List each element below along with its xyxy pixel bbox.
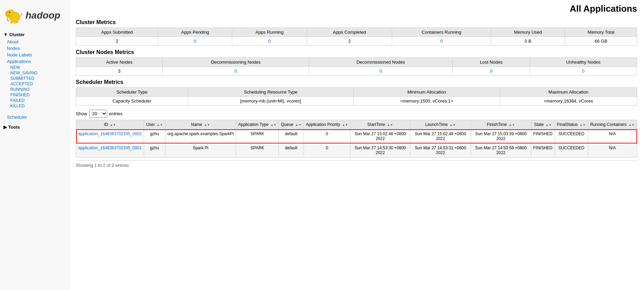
sidebar-item-failed[interactable]: FAILED <box>3 98 65 103</box>
id-sort-icon: ▲▼ <box>110 123 116 127</box>
tools-triangle-icon: ▶ <box>3 125 7 130</box>
unhealthy-link[interactable]: 0 <box>582 68 584 74</box>
cluster-metrics-apps-submitted: 2 <box>76 37 158 46</box>
cluster-metrics-header-apps-running: Apps Running <box>232 28 307 37</box>
sidebar-item-new-saving[interactable]: NEW_SAVING <box>3 70 65 76</box>
main-content: All Applications Cluster Metrics Apps Su… <box>69 0 644 290</box>
cluster-section-title[interactable]: ▼ Cluster <box>3 31 65 39</box>
nodes-header-decommissioned: Decommissioned Nodes <box>309 58 453 67</box>
apps-pending-link[interactable]: 0 <box>194 39 196 44</box>
svg-rect-4 <box>11 21 12 23</box>
sidebar-item-node-labels[interactable]: Node Labels <box>3 52 65 58</box>
app-header-state[interactable]: State ▲▼ <box>531 120 555 129</box>
scheduler-header-max-allocation: Maximum Allocation <box>500 88 637 97</box>
cluster-metrics-title: Cluster Metrics <box>76 19 637 25</box>
user-sort-icon: ▲▼ <box>157 123 163 127</box>
decommissioning-link[interactable]: 0 <box>235 68 237 74</box>
app-final-status-cell: SUCCEEDED <box>555 129 588 143</box>
cluster-metrics-table: Apps Submitted Apps Pending Apps Running… <box>76 28 637 46</box>
final-sort-icon: ▲▼ <box>580 123 586 127</box>
containers-running-link[interactable]: 0 <box>440 39 443 44</box>
app-header-queue[interactable]: Queue ▲▼ <box>279 120 304 129</box>
app-header-id[interactable]: ID ▲▼ <box>76 120 144 129</box>
sidebar-item-finished[interactable]: FINISHED <box>3 92 65 98</box>
apps-running-link[interactable]: 0 <box>268 39 271 44</box>
tools-section: ▶ Tools <box>0 123 69 131</box>
sidebar-item-accepted[interactable]: ACCEPTED <box>3 81 65 87</box>
nodes-header-decommissioning: Decommissioning Nodes <box>163 58 309 67</box>
sidebar-item-running[interactable]: RUNNING <box>3 87 65 92</box>
lost-link[interactable]: 0 <box>490 68 492 74</box>
cluster-metrics-apps-running: 0 <box>232 37 307 46</box>
scheduler-header-type: Scheduler Type <box>76 88 188 97</box>
app-finish-time-cell: Sun Mar 27 15:03:39 +0800 2022 <box>471 129 531 143</box>
nodes-unhealthy: 0 <box>530 67 637 76</box>
cluster-metrics-header-apps-submitted: Apps Submitted <box>76 28 158 37</box>
app-user-cell: gzhu <box>144 143 165 158</box>
scheduler-metrics-table: Scheduler Type Scheduling Resource Type … <box>76 87 637 106</box>
cluster-section: ▼ Cluster About Nodes Node Labels Applic… <box>0 29 69 122</box>
app-priority-cell: 0 <box>304 143 350 158</box>
app-header-user[interactable]: User ▲▼ <box>144 120 165 129</box>
scheduler-resource-type: [memory-mb (unit=Mi), vcores] <box>188 97 353 106</box>
showing-text: Showing 1 to 2 of 2 entries <box>76 160 637 170</box>
sidebar-item-about[interactable]: About <box>3 39 65 45</box>
priority-sort-icon: ▲▼ <box>342 123 348 127</box>
app-finish-time-cell: Sun Mar 27 14:53:58 +0800 2022 <box>471 143 531 158</box>
sidebar-item-scheduler[interactable]: Scheduler <box>3 114 65 120</box>
scheduler-max-allocation: <memory:16384, vCores <box>500 97 637 106</box>
cluster-nodes-table: Active Nodes Decommissioning Nodes Decom… <box>76 57 637 76</box>
app-running-containers-cell: N/A <box>588 143 637 158</box>
hadoop-logo: hadoop <box>3 7 60 24</box>
decommissioned-link[interactable]: 0 <box>380 68 382 74</box>
cluster-metrics-memory-used: 0 B <box>491 37 565 46</box>
app-header-type[interactable]: Application Type ▲▼ <box>236 120 279 129</box>
app-final-status-cell: SUCCEEDED <box>555 143 588 158</box>
sidebar-item-killed[interactable]: KILLED <box>3 103 65 109</box>
entries-label: entries <box>109 111 123 116</box>
app-launch-time-cell: Sun Mar 27 15:02:48 +0800 2022 <box>410 129 471 143</box>
table-row: application_1648363702335_0001gzhuSpark … <box>76 143 637 158</box>
scheduler-min-allocation: <memory:1500, vCores:1> <box>354 97 500 106</box>
app-start-time-cell: Sun Mar 27 14:53:30 +0800 2022 <box>350 143 410 158</box>
scheduler-header-min-allocation: Minimum Allocation <box>354 88 500 97</box>
sidebar-item-nodes[interactable]: Nodes <box>3 45 65 52</box>
sidebar: hadoop ▼ Cluster About Nodes Node Labels… <box>0 0 69 290</box>
finish-sort-icon: ▲▼ <box>509 123 515 127</box>
app-header-priority[interactable]: Application Priority ▲▼ <box>304 120 350 129</box>
nodes-decommissioning: 0 <box>163 67 309 76</box>
sidebar-item-submitted[interactable]: SUBMITTED <box>3 76 65 81</box>
state-sort-icon: ▲▼ <box>545 123 552 127</box>
cluster-metrics-header-apps-pending: Apps Pending <box>158 28 232 37</box>
app-name-cell: org.apache.spark.examples.SparkPi <box>165 129 236 143</box>
sidebar-item-new[interactable]: NEW <box>3 65 65 70</box>
app-header-start-time[interactable]: StartTime ▲▼ <box>350 120 410 129</box>
cluster-metrics-header-apps-completed: Apps Completed <box>307 28 392 37</box>
app-id-cell: application_1648363702335_0001 <box>76 143 144 158</box>
app-id-cell: application_1648363702335_0002 <box>76 129 144 143</box>
app-header-finish-time[interactable]: FinishTime ▲▼ <box>471 120 531 129</box>
app-header-launch-time[interactable]: LaunchTime ▲▼ <box>410 120 471 129</box>
logo-area: hadoop <box>0 3 69 29</box>
app-queue-cell: default <box>279 143 304 158</box>
svg-rect-6 <box>16 21 18 23</box>
app-launch-time-cell: Sun Mar 27 14:53:31 +0800 2022 <box>410 143 471 158</box>
entries-select[interactable]: 10 20 50 100 <box>89 110 107 118</box>
cluster-triangle-icon: ▼ <box>3 32 8 37</box>
svg-point-3 <box>9 12 10 13</box>
cluster-metrics-header-memory-total: Memory Total <box>565 28 637 37</box>
app-queue-cell: default <box>279 129 304 143</box>
cluster-metrics-header-memory-used: Memory Used <box>491 28 565 37</box>
app-state-cell: FINISHED <box>531 129 555 143</box>
app-header-name[interactable]: Name ▲▼ <box>165 120 236 129</box>
page-title: All Applications <box>76 3 637 14</box>
containers-sort-icon: ▲▼ <box>628 123 635 127</box>
app-header-final-status[interactable]: FinalStatus ▲▼ <box>555 120 588 129</box>
app-header-running-containers[interactable]: Running Containers ▲▼ <box>588 120 637 129</box>
tools-section-title[interactable]: ▶ Tools <box>3 125 65 130</box>
nodes-decommissioned: 0 <box>309 67 453 76</box>
app-id-link[interactable]: application_1648363702335_0002 <box>78 131 142 136</box>
sidebar-item-applications[interactable]: Applications <box>3 58 65 65</box>
app-id-link[interactable]: application_1648363702335_0001 <box>78 146 142 150</box>
nodes-lost: 0 <box>453 67 530 76</box>
